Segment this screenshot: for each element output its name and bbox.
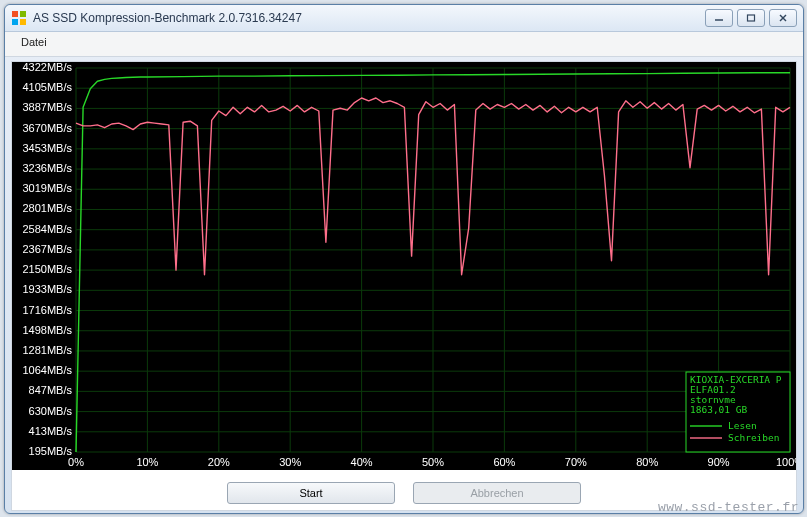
svg-rect-3 bbox=[20, 19, 26, 25]
svg-text:90%: 90% bbox=[708, 456, 730, 468]
start-button[interactable]: Start bbox=[227, 482, 395, 504]
svg-text:195MB/s: 195MB/s bbox=[29, 445, 73, 457]
svg-text:2367MB/s: 2367MB/s bbox=[22, 243, 72, 255]
svg-text:1863,01 GB: 1863,01 GB bbox=[690, 404, 747, 415]
svg-rect-1 bbox=[20, 11, 26, 17]
menubar: Datei bbox=[5, 32, 803, 57]
minimize-button[interactable] bbox=[705, 9, 733, 27]
svg-text:4105MB/s: 4105MB/s bbox=[22, 81, 72, 93]
benchmark-chart: 195MB/s413MB/s630MB/s847MB/s1064MB/s1281… bbox=[12, 62, 796, 470]
svg-text:1933MB/s: 1933MB/s bbox=[22, 283, 72, 295]
svg-text:847MB/s: 847MB/s bbox=[29, 384, 73, 396]
svg-text:30%: 30% bbox=[279, 456, 301, 468]
svg-text:10%: 10% bbox=[136, 456, 158, 468]
close-button[interactable] bbox=[769, 9, 797, 27]
titlebar: AS SSD Kompression-Benchmark 2.0.7316.34… bbox=[5, 5, 803, 32]
svg-text:1498MB/s: 1498MB/s bbox=[22, 324, 72, 336]
window-title: AS SSD Kompression-Benchmark 2.0.7316.34… bbox=[33, 11, 705, 25]
svg-text:4322MB/s: 4322MB/s bbox=[22, 62, 72, 73]
svg-text:2150MB/s: 2150MB/s bbox=[22, 263, 72, 275]
svg-rect-8 bbox=[12, 62, 796, 470]
svg-text:80%: 80% bbox=[636, 456, 658, 468]
svg-text:2584MB/s: 2584MB/s bbox=[22, 223, 72, 235]
svg-text:2801MB/s: 2801MB/s bbox=[22, 202, 72, 214]
app-icon bbox=[11, 10, 27, 26]
app-window: AS SSD Kompression-Benchmark 2.0.7316.34… bbox=[4, 4, 804, 514]
svg-text:3670MB/s: 3670MB/s bbox=[22, 122, 72, 134]
svg-text:60%: 60% bbox=[493, 456, 515, 468]
svg-text:100%: 100% bbox=[776, 456, 796, 468]
menu-file[interactable]: Datei bbox=[15, 34, 53, 50]
svg-text:630MB/s: 630MB/s bbox=[29, 405, 73, 417]
svg-text:Lesen: Lesen bbox=[728, 420, 757, 431]
chart-area: 195MB/s413MB/s630MB/s847MB/s1064MB/s1281… bbox=[12, 62, 796, 470]
svg-text:1716MB/s: 1716MB/s bbox=[22, 304, 72, 316]
svg-text:0%: 0% bbox=[68, 456, 84, 468]
svg-text:3453MB/s: 3453MB/s bbox=[22, 142, 72, 154]
maximize-icon bbox=[746, 14, 756, 22]
svg-text:70%: 70% bbox=[565, 456, 587, 468]
svg-text:Schreiben: Schreiben bbox=[728, 432, 779, 443]
svg-text:50%: 50% bbox=[422, 456, 444, 468]
svg-text:3019MB/s: 3019MB/s bbox=[22, 182, 72, 194]
svg-rect-5 bbox=[748, 15, 755, 21]
svg-text:1281MB/s: 1281MB/s bbox=[22, 344, 72, 356]
watermark: www.ssd-tester.fr bbox=[658, 500, 799, 515]
maximize-button[interactable] bbox=[737, 9, 765, 27]
close-icon bbox=[778, 14, 788, 22]
window-controls bbox=[705, 9, 797, 27]
svg-text:20%: 20% bbox=[208, 456, 230, 468]
content-panel: 195MB/s413MB/s630MB/s847MB/s1064MB/s1281… bbox=[11, 61, 797, 511]
svg-text:3236MB/s: 3236MB/s bbox=[22, 162, 72, 174]
minimize-icon bbox=[714, 14, 724, 22]
svg-text:413MB/s: 413MB/s bbox=[29, 425, 73, 437]
svg-rect-2 bbox=[12, 19, 18, 25]
svg-text:1064MB/s: 1064MB/s bbox=[22, 364, 72, 376]
svg-text:3887MB/s: 3887MB/s bbox=[22, 101, 72, 113]
svg-text:40%: 40% bbox=[351, 456, 373, 468]
svg-rect-0 bbox=[12, 11, 18, 17]
abort-button[interactable]: Abbrechen bbox=[413, 482, 581, 504]
